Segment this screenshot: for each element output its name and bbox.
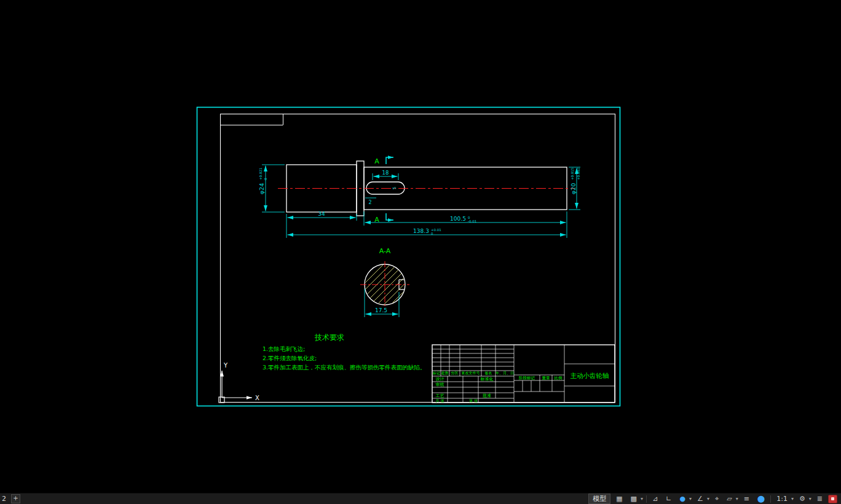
dim-100-5-tol-lower: -0.01: [468, 219, 476, 223]
dim-17-5-value: 17.5: [375, 307, 387, 313]
status-toggles: 模型 ▦ ▩▾ ⊿ ∟ ●▾ ∠▾ ⌖ ▱▾ ≡ ⬤ 1:1▾ ⚙▾ ≣: [588, 494, 841, 504]
tech-requirement-1: 1.去除毛刺飞边;: [263, 345, 305, 352]
model-space-button[interactable]: 模型: [588, 494, 610, 504]
tb-stage-mark-label: 阶段标记: [519, 376, 535, 380]
grid-display-icon[interactable]: ▦: [614, 494, 625, 503]
performance-icon[interactable]: [828, 495, 837, 503]
object-snap-dropdown-icon[interactable]: ▾: [736, 496, 738, 502]
dim-dia20-tol-lower: +0.002: [577, 168, 580, 180]
ucs-y-label: Y: [223, 362, 228, 369]
lineweight-icon[interactable]: ≡: [741, 494, 752, 503]
annotation-scale-dropdown-icon[interactable]: ▾: [791, 496, 794, 502]
dim-34-value: 34: [318, 211, 325, 217]
ortho-mode-icon[interactable]: ∟: [663, 494, 674, 503]
snap-mode-icon[interactable]: ▩: [628, 494, 639, 503]
statusbar-separator: [770, 495, 771, 503]
tb-header-change-file: 更改文件号: [462, 371, 480, 375]
dim-dia20-tol-upper: +0.015: [571, 167, 574, 180]
workspace-switch-icon[interactable]: ⚙: [797, 494, 808, 503]
section-view-label: A-A: [379, 247, 391, 255]
new-layout-button[interactable]: +: [11, 494, 20, 503]
tech-requirement-3: 3.零件加工表面上，不应有划痕、擦伤等损伤零件表面的缺陷。: [263, 364, 426, 371]
dim-dia24-tol-lower: 0: [264, 178, 267, 180]
isodraft-icon[interactable]: ⊿: [650, 494, 660, 503]
layout-tabs: 2 +: [0, 494, 20, 503]
tb-header-date: 年、月、日: [496, 371, 514, 376]
cad-application-window: A A φ24 +0.021 0 φ20 +0.015 +0.002 34 10…: [0, 0, 841, 504]
dimension-34: [286, 214, 357, 238]
tb-weight-label: 重量: [542, 376, 551, 380]
osnap-tracking-icon[interactable]: ⌖: [713, 494, 721, 503]
section-centerlines: [360, 261, 409, 308]
dim-key-width-value: 5: [392, 187, 397, 189]
dim-key-offset-value: 2: [368, 200, 371, 205]
statusbar-separator: [646, 495, 647, 503]
object-snap-icon[interactable]: ▱: [724, 494, 734, 503]
tb-approve-label: 批准: [483, 393, 491, 398]
tb-header-sign: 签名: [485, 371, 492, 376]
tb-scale-label: 比例: [555, 376, 563, 380]
tb-standardize-label: 标准化: [480, 377, 494, 382]
dim-138-3-value: 138.3: [413, 228, 429, 234]
tb-header-count: 处数: [441, 371, 449, 376]
dim-dia24-tol-upper: +0.021: [259, 168, 263, 180]
sheet-outer-frame: [197, 108, 620, 406]
drawing-canvas[interactable]: A A φ24 +0.021 0 φ20 +0.015 +0.002 34 10…: [0, 0, 841, 494]
tb-review-label: 审核: [436, 382, 444, 387]
sheet-corner-block: [220, 114, 283, 125]
snap-dropdown-icon[interactable]: ▾: [641, 496, 643, 502]
dim-100-5-value: 100.5: [450, 216, 466, 222]
dim-138-3-tol-lower: 0: [431, 232, 433, 235]
tech-requirements-title: 技术要求: [314, 333, 344, 342]
ucs-icon: Y X: [219, 362, 259, 403]
status-bar: 2 + 模型 ▦ ▩▾ ⊿ ∟ ●▾ ∠▾ ⌖ ▱▾ ≡ ⬤ 1:1▾ ⚙▾ ≣: [0, 493, 841, 504]
tb-header-mark: 标记: [432, 371, 440, 376]
ucs-x-label: X: [255, 395, 259, 401]
tb-process-label: 工艺: [436, 393, 444, 398]
layout-tab-overflow[interactable]: 2: [2, 495, 6, 503]
workspace-dropdown-icon[interactable]: ▾: [809, 496, 811, 502]
dim-dia20-value: φ20: [570, 183, 577, 194]
dim-dia24-value: φ24: [258, 183, 265, 194]
tb-sheet-page: 第 张: [469, 398, 478, 403]
cut-label-top: A: [374, 157, 379, 165]
polar-tracking-dropdown-icon[interactable]: ▾: [707, 496, 709, 502]
title-block: 标记 处数 分区 更改文件号 签名 年、月、日 设计 标准化 审核 工艺 批准 …: [432, 345, 615, 403]
customization-icon[interactable]: ≣: [815, 494, 825, 503]
transparency-icon[interactable]: ⬤: [755, 494, 767, 503]
annotation-visibility-dropdown-icon[interactable]: ▾: [689, 496, 692, 502]
tb-design-label: 设计: [436, 377, 444, 382]
tb-header-zone: 分区: [451, 371, 459, 375]
tb-part-name: 主动小齿轮轴: [571, 372, 609, 379]
polar-tracking-icon[interactable]: ∠: [695, 494, 706, 503]
annotation-scale-button[interactable]: 1:1: [774, 494, 790, 503]
dim-key-18-value: 18: [382, 170, 389, 176]
tb-sheet-total: 共 张: [436, 398, 444, 403]
annotation-visibility-icon[interactable]: ●: [677, 494, 688, 503]
tech-requirement-2: 2.零件须去除氧化皮;: [263, 355, 317, 361]
